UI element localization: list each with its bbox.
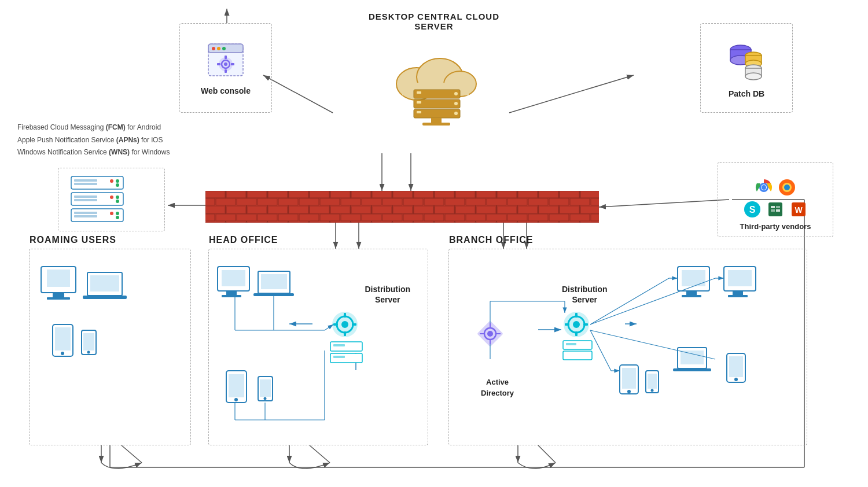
svg-point-47 [217, 47, 220, 50]
svg-rect-33 [414, 90, 460, 98]
servers-stack-box [58, 168, 165, 231]
svg-line-191 [590, 278, 715, 324]
svg-rect-129 [352, 323, 356, 326]
svg-line-193 [590, 330, 611, 371]
svg-point-68 [110, 179, 113, 183]
svg-line-143 [325, 324, 333, 330]
roaming-box: ROAMING USERS [29, 249, 191, 445]
svg-rect-52 [225, 56, 227, 59]
svg-point-81 [116, 212, 119, 215]
svg-rect-66 [74, 179, 97, 182]
branch-office-box: BRANCH OFFICE DistributionServer ActiveD… [448, 249, 807, 445]
svg-rect-54 [217, 63, 220, 65]
svg-rect-117 [222, 270, 245, 286]
svg-rect-180 [681, 351, 704, 364]
svg-point-48 [222, 47, 226, 50]
svg-rect-67 [74, 183, 97, 185]
svg-rect-99 [771, 209, 775, 212]
svg-rect-158 [575, 313, 578, 318]
svg-rect-169 [648, 374, 657, 389]
svg-point-80 [110, 212, 113, 215]
svg-rect-104 [47, 270, 70, 287]
firewall-icon [205, 191, 599, 223]
svg-rect-127 [344, 331, 346, 336]
svg-point-167 [627, 390, 631, 393]
svg-rect-111 [55, 327, 71, 351]
svg-line-16 [310, 445, 330, 463]
svg-rect-121 [261, 274, 287, 289]
cloud-server-line2: SERVER [414, 21, 453, 31]
spreadsheet-icon [766, 200, 785, 219]
svg-point-38 [454, 102, 458, 105]
svg-point-93 [784, 185, 790, 190]
third-party-label: Third-party vendors [740, 222, 811, 231]
svg-rect-126 [344, 313, 346, 318]
app-s-icon: S [743, 200, 762, 219]
svg-line-14 [122, 445, 142, 463]
svg-rect-138 [260, 379, 271, 397]
svg-rect-159 [575, 331, 578, 336]
svg-point-170 [651, 389, 654, 392]
wns-text: Windows Notification Service (WNS) for W… [17, 146, 170, 159]
svg-line-23 [599, 200, 729, 207]
web-console-box: Web console [179, 23, 272, 113]
svg-point-64 [745, 73, 762, 80]
svg-rect-133 [333, 356, 345, 358]
diagram: DESKTOP CENTRAL CLOUD SERVER [0, 0, 868, 487]
svg-point-75 [116, 195, 119, 199]
svg-rect-174 [682, 295, 701, 297]
firefox-icon [778, 178, 796, 197]
cloud-server-icon [376, 38, 492, 153]
svg-rect-79 [74, 215, 97, 217]
svg-line-18 [538, 445, 556, 463]
svg-rect-72 [74, 195, 97, 198]
svg-rect-34 [417, 91, 421, 94]
svg-rect-42 [431, 118, 442, 123]
svg-rect-119 [222, 295, 241, 297]
head-office-label: HEAD OFFICE [209, 235, 278, 245]
third-party-icons [755, 178, 796, 197]
cloud-server-label: DESKTOP CENTRAL CLOUD SERVER [369, 12, 499, 31]
svg-rect-183 [729, 356, 743, 377]
svg-rect-160 [565, 323, 569, 326]
servers-stack-icon [68, 174, 155, 226]
svg-rect-114 [83, 333, 94, 351]
svg-line-189 [590, 278, 669, 324]
svg-point-139 [264, 397, 267, 400]
svg-point-74 [110, 195, 113, 199]
roaming-label: ROAMING USERS [30, 235, 116, 245]
svg-rect-37 [417, 101, 421, 104]
patch-db-icon [723, 38, 770, 84]
svg-rect-131 [333, 344, 345, 346]
svg-line-5 [509, 75, 634, 113]
branch-office-devices [449, 255, 796, 440]
head-office-devices [209, 255, 417, 440]
svg-point-51 [224, 62, 227, 66]
branch-office-label: BRANCH OFFICE [449, 235, 533, 245]
patch-db-box: Patch DB [700, 23, 793, 113]
svg-rect-53 [225, 69, 227, 73]
svg-line-195 [590, 330, 715, 359]
svg-rect-98 [776, 206, 780, 208]
svg-point-115 [87, 351, 90, 354]
svg-point-76 [116, 200, 119, 203]
svg-point-41 [454, 112, 458, 115]
svg-rect-118 [226, 291, 237, 295]
svg-rect-40 [417, 111, 421, 113]
svg-point-70 [116, 183, 119, 187]
svg-rect-97 [771, 206, 775, 208]
web-console-icon [205, 41, 246, 82]
svg-rect-178 [728, 295, 748, 297]
svg-rect-86 [205, 191, 599, 223]
svg-point-184 [734, 378, 738, 381]
chrome-icon [755, 178, 773, 197]
roaming-devices [35, 255, 186, 440]
svg-rect-96 [768, 202, 782, 216]
svg-rect-109 [83, 296, 127, 299]
svg-point-82 [116, 216, 119, 219]
svg-rect-100 [776, 209, 780, 212]
web-console-label: Web console [201, 86, 251, 95]
svg-rect-43 [422, 123, 450, 126]
svg-point-112 [61, 352, 64, 355]
svg-point-150 [487, 331, 493, 337]
